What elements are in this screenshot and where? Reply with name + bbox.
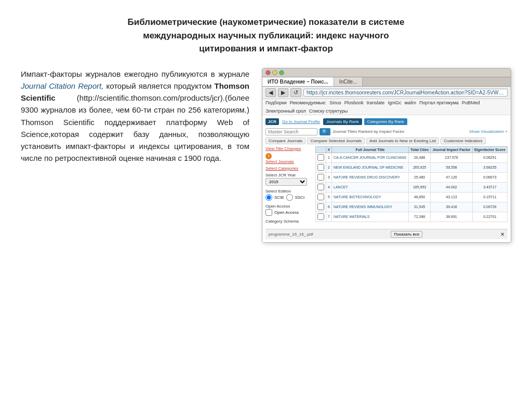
row-journal-name[interactable]: CA-A CANCER JOURNAL FOR CLINICIANS [332, 153, 409, 162]
row-total-cites: 265,925 [408, 162, 430, 172]
row-checkbox[interactable] [316, 182, 326, 192]
text-rest: (http://scientific.thomson.com/products/… [21, 93, 249, 162]
row-checkbox[interactable] [316, 172, 326, 182]
page-title: Библиометрические (наукометрические) пок… [21, 16, 511, 56]
bookmark-pubmed[interactable]: PuBMed [462, 100, 480, 105]
year-select[interactable]: 2015 [265, 178, 307, 186]
bookmark-mail[interactable]: мailm [404, 100, 416, 105]
row-checkbox[interactable] [316, 212, 326, 222]
row-checkbox[interactable] [316, 192, 326, 202]
customize-btn[interactable]: Customize Indicators [441, 138, 486, 144]
row-eigenfactor: 0.22701 [472, 212, 507, 222]
row-total-cites: 72,388 [408, 212, 430, 222]
year-control: Select JCR Year 2015 [265, 173, 312, 186]
browser-tabs: ИТО Владение – Поис... InCite... [262, 77, 511, 87]
compare-journals-btn[interactable]: Compare Journals [265, 138, 305, 144]
bookmark-sinus[interactable]: Sinus [329, 100, 341, 105]
ranked-label: Journal Titles Ranked by Impact Factor [332, 129, 467, 134]
open-access-radio: Open Access [265, 209, 312, 216]
text-middle: который является продуктом [106, 81, 211, 90]
row-journal-name[interactable]: NATURE MATERIALS [332, 212, 409, 222]
jcr-tabs: Journals By Rank Categories By Rank [323, 118, 407, 125]
master-search-input[interactable] [265, 128, 317, 135]
window-controls [265, 70, 284, 75]
title-line2: международных научных публикаций: индекс… [143, 31, 389, 40]
view-title-changes-link[interactable]: View Title Changes [265, 146, 312, 151]
bookmark-ignigc[interactable]: IgniGc [388, 100, 401, 105]
row-journal-name[interactable]: NATURE BIOTECHNOLOGY [332, 192, 409, 202]
open-access-opt-label: Open Access [274, 210, 299, 215]
jcr-header: JCR Go to Journal Profile Journals By Ra… [265, 118, 508, 125]
action-buttons-row: Compare Journals Compare Selected Journa… [265, 138, 508, 144]
search-button[interactable]: 🔍 [320, 128, 330, 135]
row-total-cites: 20,488 [408, 153, 430, 162]
journal-citation-report-link: Journal Citation Report, [21, 81, 103, 90]
table-row: 4 LANCET 185,953 44.002 3.43717 [316, 182, 508, 192]
col-impact-factor: Journal Impact Factor [431, 146, 472, 153]
ssci-radio[interactable] [286, 194, 293, 201]
row-total-cites: 25,460 [408, 172, 430, 182]
journals-by-rank-tab[interactable]: Journals By Rank [323, 118, 362, 125]
minimize-icon[interactable] [272, 70, 277, 75]
row-total-cites: 31,545 [408, 202, 430, 212]
bookmark-подборки[interactable]: Подборки [265, 100, 287, 105]
table-row: 3 NATURE REVIEWS DRUG DISCOVERY 25,460 4… [316, 172, 508, 182]
bookmark-portal[interactable]: Портал прктикума [419, 100, 459, 105]
row-impact-factor: 39.416 [431, 202, 472, 212]
back-button[interactable]: ◀ [265, 88, 276, 97]
browser-tab-1[interactable]: ИТО Владение – Поис... [262, 77, 334, 86]
scie-radio[interactable] [265, 194, 272, 201]
main-content: Импакт-факторы журналов ежегодно публику… [21, 68, 511, 243]
row-rank: 6 [326, 202, 332, 212]
show-visualization-link[interactable]: Show Visualization + [469, 129, 508, 134]
scie-label: SCIE [274, 195, 284, 200]
row-checkbox[interactable] [316, 153, 326, 162]
ssci-label: SSCI [295, 195, 305, 200]
compare-selected-btn[interactable]: Compare Selected Journals [307, 138, 365, 144]
bookmarks-bar: Подборки Рекомендуемые: Sinus Рlosbook t… [262, 99, 511, 115]
goto-journal-profile-link[interactable]: Go to Journal Profile [282, 119, 320, 124]
pdf-label: programme_16_16_.pdf [269, 232, 313, 237]
row-rank: 3 [326, 172, 332, 182]
row-impact-factor: 43.113 [431, 192, 472, 202]
search-row: 🔍 Journal Titles Ranked by Impact Factor… [265, 128, 508, 135]
row-checkbox[interactable] [316, 202, 326, 212]
close-icon[interactable] [265, 70, 271, 75]
bookmark-electr[interactable]: Электронный срол [265, 108, 306, 114]
row-journal-name[interactable]: NATURE REVIEWS DRUG DISCOVERY [332, 172, 409, 182]
open-access-checkbox[interactable] [265, 209, 272, 216]
edition-radio-row: SCIE SSCI [265, 194, 312, 201]
jcr-content: JCR Go to Journal Profile Journals By Ra… [262, 115, 511, 242]
row-journal-name[interactable]: NATURE REVIEWS IMMUNOLOGY [332, 202, 409, 212]
browser-tab-2[interactable]: InCite... [334, 77, 363, 86]
select-journals-link[interactable]: Select Journals [265, 159, 312, 164]
row-eigenfactor: 0.09726 [472, 202, 507, 212]
bookmark-plosbook[interactable]: Рlosbook [344, 100, 364, 105]
forward-button[interactable]: ▶ [278, 88, 288, 97]
row-impact-factor: 47.120 [431, 172, 472, 182]
bookmark-spisku[interactable]: Списку структуры [309, 108, 348, 114]
jcr-logo: JCR [265, 118, 279, 125]
show-all-button[interactable]: Показать все [391, 231, 422, 238]
refresh-button[interactable]: ↺ [290, 88, 301, 97]
row-checkbox[interactable] [316, 162, 326, 172]
close-pdf-icon[interactable]: ✕ [500, 231, 504, 237]
bottom-bar: programme_16_16_.pdf Показать все ✕ [265, 229, 508, 239]
bookmark-translate[interactable]: translate [367, 100, 385, 105]
add-to-list-btn[interactable]: Add Journals to New or Existing List [366, 138, 439, 144]
categories-by-rank-tab[interactable]: Categories By Rank [364, 118, 407, 125]
browser-window: ИТО Владение – Поис... InCite... ◀ ▶ ↺ h… [262, 68, 511, 243]
row-impact-factor: 59,558 [431, 162, 472, 172]
table-row: 6 NATURE REVIEWS IMMUNOLOGY 31,545 39.41… [316, 202, 508, 212]
col-journal-title: Full Journal Title [332, 146, 409, 153]
row-rank: 1 [326, 153, 332, 162]
row-journal-name[interactable]: NEW ENGLAND JOURNAL OF MEDICINE [332, 162, 409, 172]
edition-label: Select Edition [265, 189, 312, 194]
address-bar[interactable]: https://jcr.incites.thomsonreuters.com/J… [303, 89, 508, 97]
text-block: Импакт-факторы журналов ежегодно публику… [21, 68, 249, 164]
row-eigenfactor: 3.68235 [472, 162, 507, 172]
select-categories-link[interactable]: Select Categories [265, 166, 312, 171]
text-paragraph: Импакт-факторы журналов ежегодно публику… [21, 70, 249, 78]
maximize-icon[interactable] [279, 70, 284, 75]
row-journal-name[interactable]: LANCET [332, 182, 409, 192]
